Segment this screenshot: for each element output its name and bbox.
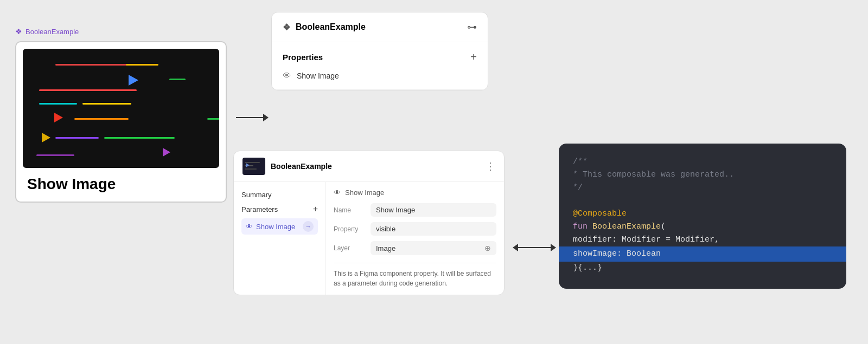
code-fn-name: BooleanExample [592,222,661,231]
code-param2: showImage: Boolean [573,249,661,258]
code-paren: ( [661,222,666,231]
code-comment-1: /** [573,155,832,168]
name-field-row: Name Show Image [334,203,496,217]
detail-body: Summary Parameters + 👁 Show Image → 👁 Sh… [234,182,504,295]
left-label-text: BooleanExample [25,28,79,36]
code-blank [573,194,832,207]
layer-field-row: Layer Image ⊕ [334,241,496,255]
code-fn-keyword: fun [573,222,592,231]
component-frame: Show Image [15,41,227,203]
component-title: Show Image [23,173,219,195]
panel-header: ❖ BooleanExample ⊶ [272,12,488,42]
add-property-button[interactable]: + [470,51,477,63]
eye-icon: 👁 [283,71,291,81]
param-item[interactable]: 👁 Show Image → [241,218,318,235]
more-icon[interactable]: ⋮ [486,160,495,172]
arrow-left-head [513,244,518,251]
arrow-head [263,114,269,121]
code-close-line: ){...} [573,262,832,275]
bidir-line [518,247,551,248]
detail-header: BooleanExample ⋮ [234,151,504,182]
bidir-arrow [513,244,556,251]
panel-header-left: ❖ BooleanExample [283,22,366,33]
properties-panel: ❖ BooleanExample ⊶ Properties + 👁 Show I… [271,12,488,90]
detail-panel: BooleanExample ⋮ Summary Parameters + 👁 … [233,151,505,295]
code-param1-line: modifier: Modifier = Modifier, [573,233,832,246]
parameters-label: Parameters [241,205,278,213]
param-item-label: Show Image [256,223,295,231]
detail-eye-icon: 👁 [334,189,341,197]
summary-nav-item[interactable]: Summary [241,189,318,201]
layer-label: Layer [334,244,371,252]
add-param-button[interactable]: + [313,204,318,214]
sliders-icon[interactable]: ⊶ [467,21,477,33]
property-value[interactable]: visible [371,222,496,236]
arrow-right-head [551,244,556,251]
left-label: ❖ BooleanExample [15,27,227,36]
property-field-row: Property visible [334,222,496,236]
detail-panel-title: BooleanExample [271,162,332,171]
detail-sidebar: Summary Parameters + 👁 Show Image → [234,182,326,295]
param-arrow-icon[interactable]: → [303,221,314,232]
name-label: Name [334,206,371,214]
code-close: ){...} [573,263,602,272]
props-section: Properties + 👁 Show Image [272,42,488,90]
code-fun-line: fun BooleanExample( [573,220,832,233]
props-section-header: Properties + [283,51,477,63]
code-annotation: @Composable [573,209,627,218]
detail-section-label: Show Image [345,189,384,197]
code-annotation-line: @Composable [573,207,832,220]
detail-header-left: BooleanExample [242,158,332,175]
param-eye-icon: 👁 [246,223,253,231]
detail-main: 👁 Show Image Name Show Image Property vi… [326,182,504,295]
detail-description: This is a Figma component property. It w… [334,263,496,288]
right-arrow [236,114,269,121]
properties-section-title: Properties [283,53,323,62]
component-dots-icon: ❖ [15,27,22,36]
property-label: Property [334,225,371,233]
component-preview [23,49,219,168]
code-param1: modifier: Modifier = Modifier, [573,235,719,244]
code-panel: /** * This composable was generated.. */… [559,144,846,289]
detail-section-title: 👁 Show Image [334,189,496,197]
param-item-left: 👁 Show Image [246,223,295,231]
properties-panel-title: BooleanExample [296,22,366,32]
name-value[interactable]: Show Image [371,203,496,217]
target-icon: ⊕ [484,244,491,252]
layer-value[interactable]: Image ⊕ [371,241,496,255]
prop-item-label: Show Image [297,72,339,80]
arrow-line [236,117,263,118]
thumbnail [242,158,265,175]
code-comment-2: * This composable was generated.. [573,168,832,181]
parameters-nav-item: Parameters + [241,204,318,214]
left-panel: ❖ BooleanExample [15,27,227,203]
canvas: ❖ BooleanExample [0,0,868,344]
code-param2-line: showImage: Boolean [559,246,846,262]
panel-dots-icon: ❖ [283,22,290,33]
code-comment-3: */ [573,181,832,194]
prop-item[interactable]: 👁 Show Image [283,71,477,81]
